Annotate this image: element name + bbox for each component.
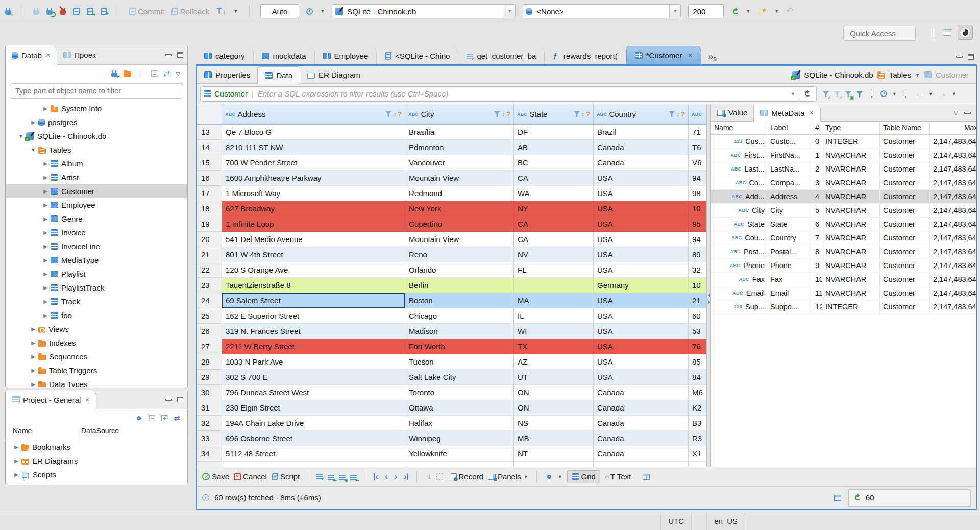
cell-state[interactable]	[514, 462, 594, 467]
cell-city[interactable]: Tucson	[405, 354, 514, 370]
column-header-city[interactable]: ABCCity↕?	[405, 104, 514, 125]
cell-city[interactable]: Redmond	[405, 186, 514, 201]
tab-data[interactable]: Data	[257, 66, 300, 84]
cell-address[interactable]: 162 E Superior Street	[222, 308, 405, 324]
tab-databases[interactable]: Datab ✕	[6, 45, 57, 65]
editor-tab-mockdata[interactable]: mockdata	[254, 47, 315, 64]
tree-item-tables[interactable]: ▼Tables	[6, 143, 187, 157]
expand-all-icon[interactable]	[161, 415, 167, 421]
row-number-cell[interactable]: 18	[197, 201, 222, 216]
cell-city[interactable]: Orlando	[405, 262, 514, 278]
link-with-editor-icon[interactable]: ⇄	[163, 69, 170, 78]
object-filter-input[interactable]	[10, 83, 183, 99]
calc-panel-icon[interactable]	[834, 495, 841, 501]
chevron-right-icon[interactable]: ▶	[42, 257, 49, 263]
cell-postal[interactable]: 94	[689, 171, 707, 186]
cell-country[interactable]: Canada	[594, 400, 689, 416]
transaction-mode-icon[interactable]: T⋮	[216, 6, 226, 16]
chevron-right-icon[interactable]: ▶	[42, 230, 49, 235]
first-row-icon[interactable]: ‹	[374, 473, 379, 480]
breadcrumb-database[interactable]: SQLite - Chinook.db	[804, 70, 873, 79]
pen-dropdown-icon[interactable]: ▼	[774, 9, 779, 14]
tree-item-playlist[interactable]: ▶Playlist	[6, 267, 187, 281]
cell-country[interactable]: Canada	[594, 155, 689, 171]
filter-icon[interactable]	[574, 111, 580, 117]
project-item-bookmarks[interactable]: ▶Bookmarks	[6, 440, 187, 454]
cell-postal[interactable]: 32	[689, 262, 707, 278]
chevron-down-icon[interactable]: ▼	[17, 133, 24, 139]
tree-item-table-triggers[interactable]: ▶Table Triggers	[6, 364, 187, 377]
cell-address[interactable]: 1 Microsoft Way	[222, 186, 405, 201]
cell-postal[interactable]	[689, 462, 707, 467]
tree-item-sqlite-chinook-db[interactable]: ▼SQLite - Chinook.db	[6, 129, 187, 143]
tree-item-system-info[interactable]: ▶System Info	[6, 102, 187, 115]
open-perspective-icon[interactable]	[944, 29, 951, 36]
cell-city[interactable]	[405, 462, 514, 467]
metadata-row[interactable]: 123Cus...Custo...0INTEGERCustomer2,147,4…	[711, 135, 976, 149]
cancel-button[interactable]: Cancel	[234, 472, 267, 481]
cell-postal[interactable]: 85	[689, 354, 707, 370]
tree-item-data-types[interactable]: ▶Data Types	[6, 377, 187, 387]
view-menu-icon[interactable]: ▽	[954, 109, 958, 116]
metadata-row[interactable]: ABCPost...Postal...8NVARCHARCustomer2,14…	[711, 245, 976, 259]
cell-country[interactable]: Canada	[594, 446, 689, 462]
row-number-cell[interactable]: 32	[197, 416, 222, 431]
project-item-er-diagrams[interactable]: ▶ER Diagrams	[6, 454, 187, 468]
tree-item-employee[interactable]: ▶Employee	[6, 198, 187, 212]
tree-item-postgres[interactable]: ▶postgres	[6, 115, 187, 129]
filter-placeholder[interactable]: Enter a SQL expression to filter results…	[258, 89, 787, 98]
row-number-cell[interactable]: 21	[197, 247, 222, 262]
cell-city[interactable]: Madison	[405, 324, 514, 339]
reconnect-icon[interactable]	[46, 10, 53, 15]
cell-postal[interactable]: X1	[689, 446, 707, 462]
cell-state[interactable]: CA	[514, 232, 594, 247]
cell-address[interactable]: 700 W Pender Street	[222, 155, 405, 171]
cell-state[interactable]: NS	[514, 416, 594, 431]
meta-column-header-table-name[interactable]: Table Name	[880, 122, 930, 134]
transaction-log-icon[interactable]	[306, 8, 313, 15]
tab-project-general[interactable]: Project - General ✕	[6, 390, 96, 409]
quick-access-input[interactable]	[843, 26, 916, 41]
cell-city[interactable]: Berlin	[405, 278, 514, 293]
apply-filter-icon[interactable]: ✓	[823, 90, 829, 98]
cell-city[interactable]: Cupertino	[405, 216, 514, 232]
cell-postal[interactable]: R3	[689, 431, 707, 446]
cell-address[interactable]: 627 Broadway	[222, 201, 405, 216]
custom-filter-icon[interactable]	[856, 90, 863, 98]
edit-row-icon[interactable]	[316, 474, 323, 480]
tab-properties[interactable]: Properties	[197, 66, 257, 83]
cell-address[interactable]: Qe 7 Bloco G	[222, 125, 405, 140]
schema-combo-dropdown[interactable]: ▼	[669, 5, 680, 18]
cell-city[interactable]: Reno	[405, 247, 514, 262]
cell-postal[interactable]: 71	[689, 125, 707, 140]
open-sql-script-icon[interactable]	[87, 8, 93, 15]
cell-city[interactable]: Fort Worth	[405, 339, 514, 354]
minimize-icon[interactable]	[964, 112, 971, 114]
cell-postal[interactable]: 10	[689, 201, 707, 216]
chevron-right-icon[interactable]: ▶	[42, 188, 49, 194]
editor-tab-get-customer-ba[interactable]: get_customer_ba	[458, 47, 545, 64]
chevron-right-icon[interactable]: ▶	[42, 161, 49, 166]
cell-state[interactable]: WI	[514, 324, 594, 339]
column-header-datasource[interactable]: DataSource	[81, 427, 119, 440]
cell-postal[interactable]: 84	[689, 370, 707, 385]
cell-city[interactable]: Edmonton	[405, 140, 514, 155]
meta-column-header-name[interactable]: Name	[711, 122, 767, 134]
cell-state[interactable]: TX	[514, 339, 594, 354]
collapse-all-icon[interactable]	[149, 415, 155, 421]
delete-row-icon[interactable]: −	[350, 472, 357, 481]
editor-tab-category[interactable]: category	[196, 47, 254, 64]
tab-er-diagram[interactable]: ER Diagram	[300, 66, 368, 83]
minimize-icon[interactable]	[165, 54, 172, 56]
chevron-right-icon[interactable]: ▶	[30, 119, 37, 125]
view-menu-icon[interactable]: ▽	[176, 70, 180, 77]
cell-address[interactable]: Tauentzienstraße 8	[222, 278, 405, 293]
metadata-row[interactable]: ABCCo...Compa...3NVARCHARCustomer2,147,4…	[711, 176, 976, 190]
cell-state[interactable]: NV	[514, 247, 594, 262]
chevron-right-icon[interactable]: ▶	[42, 244, 49, 249]
cell-postal[interactable]: 89	[689, 247, 707, 262]
chevron-right-icon[interactable]: ▶	[42, 106, 49, 111]
cell-country[interactable]: Canada	[594, 385, 689, 400]
cell-country[interactable]: USA	[594, 186, 689, 201]
meta-column-header-label[interactable]: Label	[767, 122, 812, 134]
